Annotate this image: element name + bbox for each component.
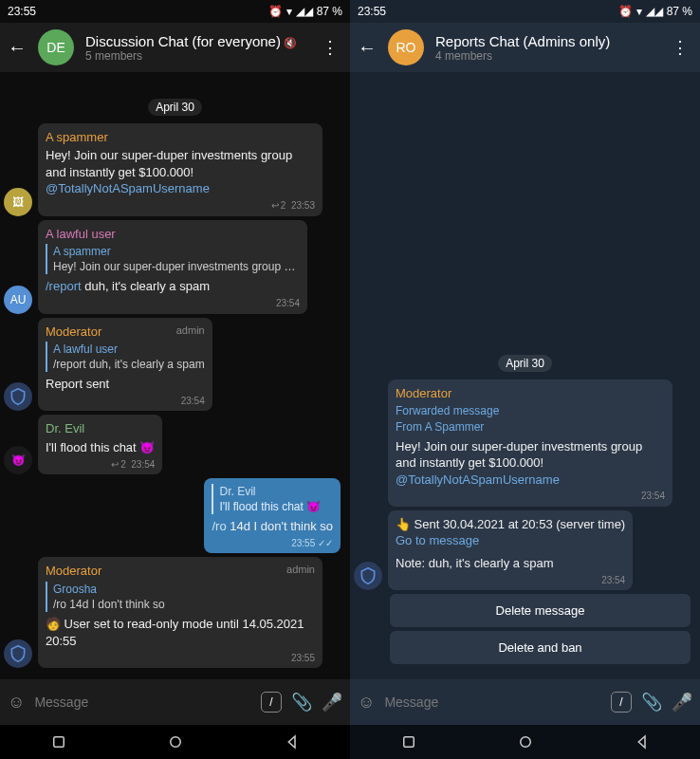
chat-avatar[interactable]: DE — [38, 29, 74, 65]
message-time: ↩ 2 23:53 — [46, 199, 315, 213]
emoji-button[interactable]: ☺ — [358, 693, 375, 713]
chat-title-block[interactable]: Discussion Chat (for everyone)🔇 5 member… — [85, 33, 306, 63]
message-time: 23:55 ✓✓ — [212, 537, 333, 550]
delete-and-ban-button[interactable]: Delete and ban — [390, 631, 691, 664]
commands-button[interactable]: / — [611, 692, 632, 713]
reply-text: Hey! Join our super-duper investments gr… — [53, 259, 300, 274]
message-link[interactable]: @TotallyNotASpamUsername — [396, 472, 665, 489]
android-nav — [350, 725, 700, 759]
battery-text: 87 % — [317, 5, 342, 18]
chat-subtitle: 5 members — [85, 49, 306, 63]
shield-icon — [359, 566, 378, 585]
reply-text: I'll flood this chat 😈 — [219, 499, 333, 514]
message-bubble[interactable]: Moderatoradmin A lawful user /report duh… — [38, 318, 212, 412]
message-bubble[interactable]: A spammer Hey! Join our super-duper inve… — [38, 123, 322, 216]
message-bubble[interactable]: 👆 Sent 30.04.2021 at 20:53 (server time)… — [388, 510, 633, 590]
signal-icon: ◢◢ — [296, 5, 313, 18]
chat-avatar[interactable]: RO — [388, 29, 424, 65]
message-time: 23:54 — [396, 490, 665, 503]
message-row: Moderator Forwarded message From A Spamm… — [354, 380, 696, 507]
chat-title-block[interactable]: Reports Chat (Admins only) 4 members — [435, 33, 656, 63]
sender-avatar[interactable]: 😈 — [4, 446, 32, 474]
inline-buttons: Delete message Delete and ban — [390, 594, 691, 668]
nav-recent[interactable] — [50, 733, 67, 750]
message-bubble[interactable]: Dr. Evil I'll flood this chat 😈 ↩ 2 23:5… — [38, 415, 162, 474]
reply-name: A lawful user — [53, 342, 205, 357]
status-time: 23:55 — [8, 5, 36, 18]
sender-avatar[interactable] — [4, 639, 32, 668]
more-button[interactable]: ⋮ — [668, 37, 692, 58]
message-time: 23:55 — [46, 652, 315, 665]
status-bar: 23:55 ⏰ ▾ ◢◢ 87 % — [0, 0, 350, 23]
shield-icon — [9, 387, 28, 406]
nav-home[interactable] — [167, 733, 184, 750]
message-bubble[interactable]: Moderator Forwarded message From A Spamm… — [388, 380, 672, 507]
reply-block[interactable]: A lawful user /report duh, it's clearly … — [46, 342, 205, 372]
alarm-icon: ⏰ — [618, 5, 633, 18]
input-bar: ☺ / 📎 🎤 — [0, 679, 350, 725]
message-list[interactable]: April 30 Moderator Forwarded message Fro… — [350, 72, 700, 679]
reply-text: /ro 14d I don't think so — [53, 597, 300, 612]
nav-back[interactable] — [284, 733, 301, 750]
commands-button[interactable]: / — [261, 692, 282, 713]
svg-rect-0 — [53, 737, 64, 748]
message-text: /report duh, it's clearly a spam — [46, 278, 300, 295]
back-button[interactable]: ← — [358, 37, 377, 59]
reply-count: ↩ 2 — [271, 199, 286, 213]
battery-text: 87 % — [667, 5, 692, 18]
emoji-button[interactable]: ☺ — [8, 693, 25, 713]
message-bubble[interactable]: Dr. Evil I'll flood this chat 😈 /ro 14d … — [204, 478, 341, 553]
reply-block[interactable]: A spammer Hey! Join our super-duper inve… — [46, 244, 300, 274]
message-list[interactable]: April 30 🖼 A spammer Hey! Join our super… — [0, 72, 350, 679]
message-link[interactable]: @TotallyNotASpamUsername — [46, 180, 315, 197]
reply-block[interactable]: Groosha /ro 14d I don't think so — [46, 582, 315, 612]
reply-name: A spammer — [53, 244, 300, 259]
sender-avatar[interactable]: AU — [4, 286, 32, 314]
phone-left: 23:55 ⏰ ▾ ◢◢ 87 % ← DE Discussion Chat (… — [0, 0, 350, 759]
svg-point-3 — [520, 737, 530, 748]
sender-name: A lawful user — [46, 226, 300, 243]
message-time: 23:54 — [396, 574, 625, 587]
status-bar: 23:55 ⏰ ▾ ◢◢ 87 % — [350, 0, 700, 23]
sender-avatar[interactable] — [354, 562, 382, 590]
more-button[interactable]: ⋮ — [318, 37, 342, 58]
message-bubble[interactable]: Moderatoradmin Groosha /ro 14d I don't t… — [38, 557, 322, 668]
admin-badge: admin — [176, 324, 205, 338]
wifi-icon: ▾ — [636, 5, 642, 18]
nav-back[interactable] — [634, 733, 651, 750]
attach-button[interactable]: 📎 — [641, 692, 662, 713]
sender-avatar[interactable] — [4, 382, 32, 411]
back-button[interactable]: ← — [8, 37, 27, 59]
sender-name: Moderatoradmin — [46, 563, 315, 580]
nav-recent[interactable] — [400, 733, 417, 750]
date-separator: April 30 — [498, 355, 552, 372]
sender-avatar[interactable]: 🖼 — [4, 188, 32, 216]
mic-button[interactable]: 🎤 — [322, 692, 342, 713]
reply-name: Dr. Evil — [219, 484, 333, 499]
message-text: Hey! Join our super-duper investments gr… — [396, 438, 665, 472]
chat-subtitle: 4 members — [435, 49, 656, 63]
input-bar: ☺ / 📎 🎤 — [350, 679, 700, 725]
wifi-icon: ▾ — [286, 5, 292, 18]
signal-icon: ◢◢ — [646, 5, 663, 18]
message-row: 👆 Sent 30.04.2021 at 20:53 (server time)… — [354, 510, 696, 590]
svg-point-1 — [170, 737, 180, 748]
reply-block[interactable]: Dr. Evil I'll flood this chat 😈 — [212, 484, 333, 514]
admin-badge: admin — [286, 563, 315, 577]
chat-title: Discussion Chat (for everyone)🔇 — [85, 33, 306, 49]
message-bubble[interactable]: A lawful user A spammer Hey! Join our su… — [38, 220, 307, 314]
message-time: ↩ 2 23:54 — [46, 458, 155, 472]
reply-name: Groosha — [53, 582, 315, 597]
delete-message-button[interactable]: Delete message — [390, 594, 691, 627]
mic-button[interactable]: 🎤 — [672, 692, 692, 713]
chat-header: ← RO Reports Chat (Admins only) 4 member… — [350, 23, 700, 72]
message-text: Hey! Join our super-duper investments gr… — [46, 147, 315, 180]
goto-link[interactable]: Go to message — [396, 532, 625, 549]
message-input[interactable] — [34, 694, 251, 710]
nav-home[interactable] — [517, 733, 534, 750]
svg-rect-2 — [403, 737, 414, 748]
attach-button[interactable]: 📎 — [291, 692, 312, 713]
reply-count: ↩ 2 — [111, 458, 126, 472]
message-row: 🖼 A spammer Hey! Join our super-duper in… — [4, 123, 346, 216]
message-input[interactable] — [384, 694, 601, 710]
